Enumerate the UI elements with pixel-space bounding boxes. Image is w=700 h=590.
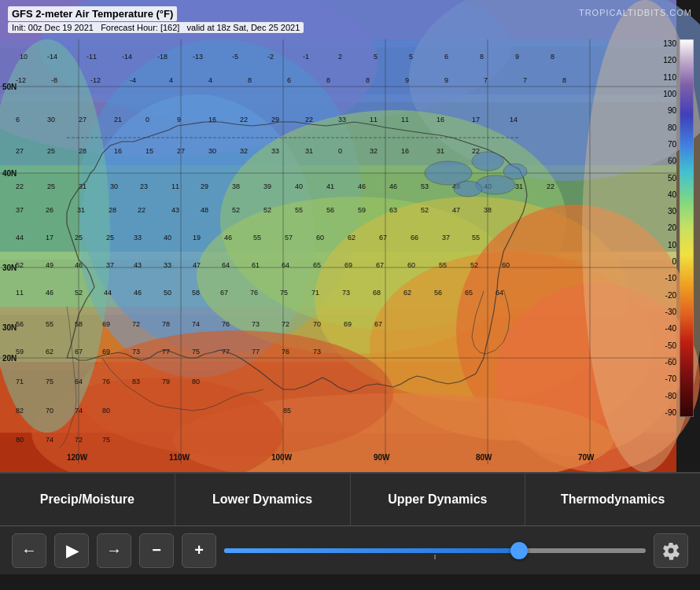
svg-text:79: 79 — [162, 378, 170, 385]
plus-button[interactable]: + — [182, 533, 216, 568]
tab-upper[interactable]: Upper Dynamics — [351, 474, 526, 525]
svg-text:22: 22 — [16, 183, 24, 190]
svg-text:31: 31 — [79, 183, 87, 190]
svg-text:27: 27 — [177, 147, 185, 155]
svg-text:31: 31 — [437, 147, 444, 155]
svg-text:66: 66 — [411, 234, 418, 242]
svg-text:52: 52 — [421, 206, 429, 214]
svg-text:55: 55 — [295, 206, 303, 214]
svg-text:77: 77 — [252, 348, 260, 356]
svg-text:56: 56 — [16, 320, 24, 328]
svg-text:31: 31 — [305, 147, 313, 155]
svg-text:-1: -1 — [303, 53, 309, 61]
svg-text:83: 83 — [132, 378, 140, 385]
svg-text:64: 64 — [75, 378, 83, 385]
svg-text:38: 38 — [484, 206, 492, 214]
svg-text:53: 53 — [421, 183, 429, 190]
slider-thumb[interactable] — [510, 542, 528, 559]
svg-text:28: 28 — [79, 147, 87, 155]
svg-text:9: 9 — [177, 116, 181, 124]
svg-text:33: 33 — [164, 261, 171, 269]
svg-text:67: 67 — [75, 348, 83, 356]
svg-text:5: 5 — [409, 53, 413, 61]
svg-point-235 — [476, 175, 515, 194]
tab-thermo[interactable]: Thermodynamics — [525, 474, 700, 525]
svg-text:56: 56 — [326, 206, 334, 214]
svg-text:20N: 20N — [2, 354, 17, 363]
svg-text:73: 73 — [342, 289, 350, 297]
settings-button[interactable] — [654, 533, 688, 568]
svg-text:30: 30 — [110, 183, 118, 190]
svg-text:52: 52 — [75, 289, 83, 297]
svg-text:50: 50 — [164, 289, 171, 297]
svg-text:30N: 30N — [2, 264, 17, 272]
svg-text:75: 75 — [102, 436, 110, 444]
forward-button[interactable]: → — [97, 533, 131, 568]
svg-text:8: 8 — [551, 53, 554, 61]
map-container: 50N 40N 30N 20N 120W 110W 100W 90W 80W 7… — [0, 0, 700, 472]
tab-lower[interactable]: Lower Dynamics — [175, 474, 351, 525]
svg-text:78: 78 — [162, 320, 170, 328]
svg-text:49: 49 — [46, 261, 53, 269]
svg-text:-2: -2 — [267, 53, 274, 61]
timeline-slider[interactable] — [224, 543, 646, 559]
svg-text:59: 59 — [16, 348, 24, 356]
svg-rect-237 — [680, 39, 694, 417]
slider-fill — [224, 548, 519, 553]
svg-text:15: 15 — [146, 147, 153, 155]
tab-precip[interactable]: Precip/Moisture — [0, 474, 175, 525]
svg-text:67: 67 — [376, 261, 384, 269]
svg-text:63: 63 — [389, 206, 397, 214]
svg-text:22: 22 — [240, 116, 248, 124]
svg-text:23: 23 — [140, 183, 148, 190]
svg-text:70: 70 — [313, 320, 321, 328]
svg-text:61: 61 — [252, 261, 260, 269]
svg-text:55: 55 — [472, 234, 480, 242]
minus-button[interactable]: − — [139, 533, 174, 568]
map-subtitle: Init: 00z Dec 19 2021 Forecast Hour: [16… — [8, 22, 304, 33]
svg-text:6: 6 — [444, 53, 448, 61]
svg-text:58: 58 — [192, 289, 200, 297]
svg-text:67: 67 — [379, 234, 387, 242]
svg-text:5: 5 — [374, 53, 378, 61]
svg-text:52: 52 — [16, 261, 24, 269]
svg-text:16: 16 — [437, 116, 444, 124]
svg-text:48: 48 — [201, 206, 208, 214]
slider-tick-mid — [435, 555, 436, 559]
svg-text:62: 62 — [348, 234, 356, 242]
svg-text:67: 67 — [374, 320, 382, 328]
svg-text:10: 10 — [20, 53, 28, 61]
svg-text:37: 37 — [442, 234, 450, 242]
svg-text:72: 72 — [282, 320, 289, 328]
svg-text:9: 9 — [444, 76, 448, 84]
svg-text:30: 30 — [208, 147, 216, 155]
svg-text:67: 67 — [220, 289, 228, 297]
svg-text:33: 33 — [338, 116, 346, 124]
svg-text:27: 27 — [79, 116, 87, 124]
svg-text:25: 25 — [47, 183, 55, 190]
svg-text:4: 4 — [208, 76, 212, 84]
svg-text:44: 44 — [16, 234, 24, 242]
svg-text:40: 40 — [164, 234, 171, 242]
svg-text:8: 8 — [248, 76, 252, 84]
svg-text:75: 75 — [192, 348, 200, 356]
back-button[interactable]: ← — [12, 533, 46, 568]
svg-text:19: 19 — [193, 234, 201, 242]
svg-text:62: 62 — [46, 348, 53, 356]
svg-text:32: 32 — [240, 147, 248, 155]
svg-text:2: 2 — [338, 53, 342, 61]
svg-text:50N: 50N — [2, 83, 17, 91]
svg-text:30N: 30N — [2, 323, 17, 332]
svg-text:28: 28 — [109, 206, 116, 214]
svg-text:52: 52 — [232, 206, 240, 214]
svg-text:38: 38 — [232, 183, 240, 190]
svg-text:46: 46 — [224, 234, 232, 242]
svg-text:73: 73 — [313, 348, 321, 356]
svg-text:-4: -4 — [130, 76, 136, 84]
play-button[interactable]: ▶ — [54, 533, 89, 568]
svg-text:-14: -14 — [122, 53, 132, 61]
svg-text:14: 14 — [510, 116, 518, 124]
svg-text:72: 72 — [75, 436, 83, 444]
svg-text:4: 4 — [169, 76, 173, 84]
svg-text:-18: -18 — [157, 53, 168, 61]
